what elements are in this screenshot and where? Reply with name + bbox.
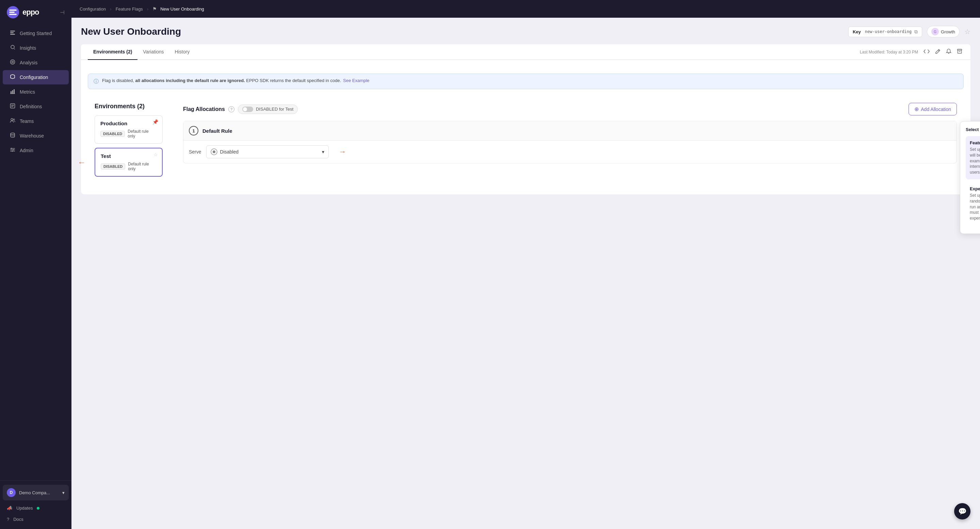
serve-row: Serve Disabled ▾ xyxy=(183,140,956,163)
getting-started-icon xyxy=(10,30,16,37)
allocation-type-panel: Select an Allocation type Feature Gate S… xyxy=(960,121,980,234)
chat-bubble-button[interactable]: 💬 xyxy=(954,503,970,519)
star-button[interactable]: ☆ xyxy=(964,27,970,36)
sidebar-item-admin[interactable]: Admin xyxy=(3,143,69,158)
env-card-row-test: DISABLED Default rule only xyxy=(101,162,156,171)
env-card-test[interactable]: ☆ Test DISABLED Default rule only ← xyxy=(95,148,163,177)
sidebar-item-warehouse[interactable]: Warehouse xyxy=(3,129,69,143)
disabled-badge-production: DISABLED xyxy=(100,131,125,137)
serve-dropdown[interactable]: Disabled ▾ xyxy=(206,145,329,158)
svg-rect-13 xyxy=(12,90,13,94)
sidebar-item-insights[interactable]: Insights xyxy=(3,41,69,55)
docs-item[interactable]: ? Docs xyxy=(3,514,69,525)
serve-dropdown-left: Disabled xyxy=(211,148,239,155)
svg-point-21 xyxy=(11,133,14,135)
sidebar-item-teams[interactable]: Teams xyxy=(3,114,69,128)
add-allocation-button[interactable]: ⊕ Add Allocation xyxy=(908,103,957,115)
star-icon-test[interactable]: ☆ xyxy=(153,152,158,157)
company-selector[interactable]: D Demo Compa... ▾ xyxy=(3,485,69,500)
logo-icon xyxy=(7,6,19,18)
sidebar-label-analysis: Analysis xyxy=(20,60,37,65)
key-label: Key xyxy=(853,29,861,34)
help-icon[interactable]: ? xyxy=(228,106,234,112)
svg-rect-2 xyxy=(9,14,17,15)
svg-point-10 xyxy=(12,61,14,63)
serve-value: Disabled xyxy=(220,149,239,155)
sidebar-item-configuration[interactable]: Configuration xyxy=(3,70,69,84)
feature-gate-name: Feature Gate xyxy=(970,140,980,145)
svg-rect-3 xyxy=(10,31,15,32)
env-card-production[interactable]: 📌 Production DISABLED Default rule only xyxy=(95,115,163,143)
toggle-label: DISABLED for Test xyxy=(256,107,293,112)
updates-label: Updates xyxy=(16,505,33,511)
configuration-icon xyxy=(10,74,16,81)
experiment-name: Experiment xyxy=(970,186,980,191)
sidebar-bottom: D Demo Compa... ▾ 📣 Updates ? Docs xyxy=(0,480,72,529)
rule-number: 1 xyxy=(189,126,198,135)
breadcrumb-configuration[interactable]: Configuration xyxy=(80,6,106,11)
admin-icon xyxy=(10,147,16,154)
alloc-type-feature-gate[interactable]: Feature Gate Set up your allocation to d… xyxy=(966,136,980,179)
page-content: New User Onboarding Key new-user-onboard… xyxy=(72,18,980,529)
definitions-icon xyxy=(10,103,16,110)
pin-icon: 📌 xyxy=(153,119,158,124)
team-badge: G Growth xyxy=(927,26,959,37)
tabs-actions xyxy=(922,47,964,57)
tab-variations[interactable]: Variations xyxy=(137,44,169,60)
sidebar-label-admin: Admin xyxy=(20,148,33,153)
logo-text: eppo xyxy=(22,8,39,17)
sidebar-item-metrics[interactable]: Metrics xyxy=(3,85,69,99)
tabs-bar: Environments (2) Variations History Last… xyxy=(81,44,970,60)
arrow-right-indicator: → xyxy=(339,147,347,156)
sidebar-label-insights: Insights xyxy=(20,45,36,51)
content-inner: ⓘ Flag is disabled, all allocations incl… xyxy=(81,67,970,194)
key-badge: Key new-user-onboarding ⧉ xyxy=(848,27,922,37)
breadcrumb-feature-flags[interactable]: Feature Flags xyxy=(116,6,143,11)
insights-icon xyxy=(10,45,16,51)
notifications-button[interactable] xyxy=(945,47,953,57)
copy-icon[interactable]: ⧉ xyxy=(914,29,918,35)
chevron-icon: ▾ xyxy=(322,149,324,155)
main-content: Configuration › Feature Flags › ⚑ New Us… xyxy=(72,0,980,529)
page-header: New User Onboarding Key new-user-onboard… xyxy=(81,26,970,37)
svg-line-8 xyxy=(14,49,15,49)
arrow-left-indicator: ← xyxy=(78,158,86,167)
tab-history[interactable]: History xyxy=(169,44,195,60)
sidebar-nav: Getting Started Insights Analysis Config… xyxy=(0,23,72,480)
edit-button[interactable] xyxy=(934,47,942,57)
page-title: New User Onboarding xyxy=(81,26,181,37)
metrics-icon xyxy=(10,89,16,95)
sidebar-collapse-button[interactable]: ⊣ xyxy=(60,9,65,16)
allocations-header: Flag Allocations ? DISABLED for Test xyxy=(183,103,957,115)
see-example-link[interactable]: See Example xyxy=(343,78,369,83)
default-rule-test: Default rule only xyxy=(128,162,156,171)
toggle-track xyxy=(242,107,253,112)
archive-button[interactable] xyxy=(956,47,964,57)
plus-circle-icon: ⊕ xyxy=(914,106,919,112)
two-column-layout: Environments (2) 📌 Production DISABLED D… xyxy=(88,96,964,188)
info-text: Flag is disabled, all allocations includ… xyxy=(102,78,369,83)
tab-environments[interactable]: Environments (2) xyxy=(88,44,137,60)
svg-line-28 xyxy=(938,50,939,51)
code-view-button[interactable] xyxy=(922,47,931,57)
flag-allocations-panel: Flag Allocations ? DISABLED for Test xyxy=(176,96,964,188)
alloc-type-experiment[interactable]: Experiment Set up your allocation with a… xyxy=(966,182,980,225)
key-value: new-user-onboarding xyxy=(865,29,912,34)
environments-title: Environments (2) xyxy=(95,103,163,110)
sidebar-item-getting-started[interactable]: Getting Started xyxy=(3,26,69,40)
sidebar-item-definitions[interactable]: Definitions xyxy=(3,99,69,114)
company-avatar: D xyxy=(7,488,16,497)
flag-breadcrumb-icon: ⚑ xyxy=(153,6,157,11)
toggle-disabled[interactable]: DISABLED for Test xyxy=(238,105,298,114)
content-wrapper: Environments (2) Variations History Last… xyxy=(81,44,970,194)
svg-rect-29 xyxy=(958,49,962,50)
svg-point-6 xyxy=(11,45,14,49)
question-circle-icon: ? xyxy=(7,517,9,522)
info-banner: ⓘ Flag is disabled, all allocations incl… xyxy=(88,73,964,89)
default-rule-section: 1 Default Rule Serve xyxy=(183,121,957,163)
updates-item[interactable]: 📣 Updates xyxy=(3,502,69,514)
disabled-circle-icon xyxy=(211,148,218,155)
sidebar-item-analysis[interactable]: Analysis xyxy=(3,56,69,70)
tabs: Environments (2) Variations History xyxy=(88,44,195,60)
sidebar-label-teams: Teams xyxy=(20,118,34,124)
